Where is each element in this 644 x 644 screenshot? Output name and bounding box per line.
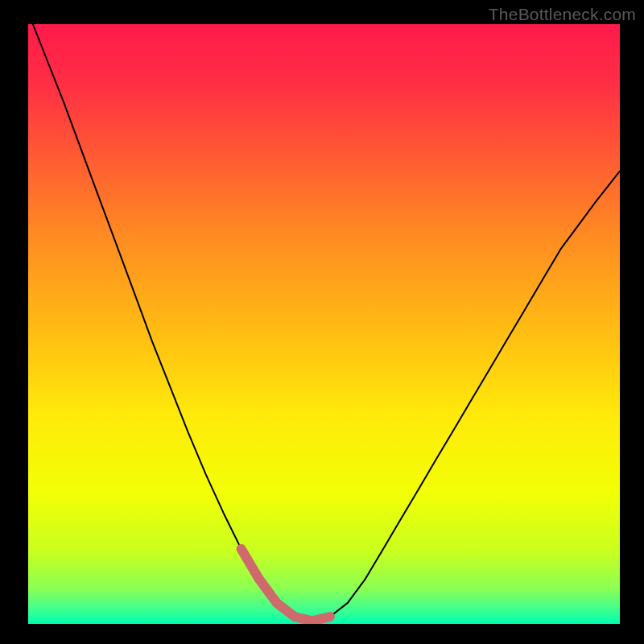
chart-frame: TheBottleneck.com	[0, 0, 644, 644]
bottleneck-chart	[0, 0, 644, 644]
watermark-text: TheBottleneck.com	[489, 5, 636, 24]
plot-background	[28, 24, 620, 624]
